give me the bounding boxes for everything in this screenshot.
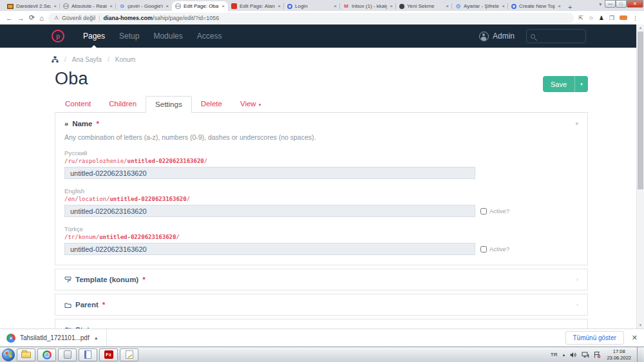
language-indicator[interactable]: TR: [551, 352, 558, 357]
minimize-button[interactable]: —: [605, 0, 616, 8]
page-scrollbar[interactable]: ▲ ▼: [636, 24, 644, 329]
tab-close-icon[interactable]: ×: [502, 3, 505, 9]
expand-chevron-icon[interactable]: ›: [576, 301, 578, 308]
nav-item-pages[interactable]: Pages: [76, 24, 112, 48]
reload-button[interactable]: ⟳: [29, 14, 35, 22]
tab-view[interactable]: View▾: [231, 96, 270, 112]
clock-time: 17:08: [607, 348, 631, 354]
browser-tab[interactable]: Login×: [284, 1, 340, 11]
tab-close-icon[interactable]: ×: [278, 3, 281, 9]
tab-close-icon[interactable]: ×: [334, 3, 337, 9]
share-icon[interactable]: ⇱: [578, 15, 583, 21]
google-icon: [119, 3, 125, 9]
close-window-button[interactable]: ✕: [627, 0, 643, 8]
tab-close-icon[interactable]: ×: [109, 3, 113, 9]
volume-icon[interactable]: [570, 352, 577, 358]
browser-tab-strip: Daredevil 2.Sezon 3× Absolute - Real Est…: [0, 0, 644, 11]
active-checkbox-english[interactable]: Active?: [480, 207, 509, 214]
bookmark-star-icon[interactable]: ☆: [589, 15, 594, 21]
tab-search-chevron-icon[interactable]: ▾: [599, 2, 601, 7]
browser-tab[interactable]: Create New Topic -×: [508, 1, 564, 11]
maximize-button[interactable]: □: [616, 0, 627, 8]
name-fieldset: » Name * ▾ Any combination of letters (a…: [55, 113, 588, 265]
name-section-header[interactable]: » Name * ▾: [64, 120, 578, 128]
nav-item-access[interactable]: Access: [190, 24, 229, 48]
browser-menu-icon[interactable]: ⋮: [632, 15, 638, 21]
tab-delete[interactable]: Delete: [192, 96, 231, 112]
name-input-russian[interactable]: [64, 167, 475, 179]
download-item[interactable]: Tahsilatld_1721101...pdf ▲: [6, 334, 106, 343]
browser-tab[interactable]: çeviri - Google'da A×: [116, 1, 172, 11]
processwire-logo[interactable]: p: [52, 30, 64, 43]
show-desktop-button[interactable]: [637, 347, 642, 362]
name-input-turkish[interactable]: [64, 243, 475, 255]
template-section-header[interactable]: Template (konum) * ›: [64, 276, 578, 283]
browser-tab[interactable]: Absolute - Real Esta×: [60, 1, 116, 11]
profile-avatar[interactable]: [620, 15, 627, 20]
forward-button[interactable]: →: [17, 14, 24, 22]
collapse-chevron-icon[interactable]: ▾: [575, 120, 578, 127]
not-secure-icon[interactable]: ⚠: [54, 15, 59, 21]
tab-close-icon[interactable]: ×: [222, 3, 225, 9]
processwire-icon: [511, 4, 516, 9]
tab-close-icon[interactable]: ×: [166, 3, 169, 9]
parent-section-header[interactable]: Parent * ›: [64, 301, 578, 309]
chrome-icon: [43, 350, 52, 359]
action-center-flag-icon[interactable]: [594, 352, 601, 358]
taskbar-calculator-button[interactable]: [58, 348, 77, 361]
admin-user-menu[interactable]: Admin: [479, 32, 515, 41]
scrollbar-thumb[interactable]: [638, 32, 643, 189]
tab-close-icon[interactable]: ×: [446, 3, 449, 9]
taskbar-clock[interactable]: 17:08 23.06.2022: [607, 348, 631, 361]
tab-content[interactable]: Content: [56, 96, 100, 112]
active-checkbox-input[interactable]: [480, 246, 487, 252]
save-dropdown-button[interactable]: ▾: [574, 76, 588, 92]
name-input-english[interactable]: [64, 205, 475, 217]
chevron-down-icon: ▾: [259, 102, 261, 107]
browser-tab[interactable]: Inbox (1) - kkalgidi×: [340, 1, 396, 11]
download-options-chevron-icon[interactable]: ▲: [94, 336, 99, 340]
nav-item-setup[interactable]: Setup: [112, 24, 146, 48]
url-field[interactable]: ⚠ Güvenli değil | diana-homes.com/sahip/…: [48, 13, 574, 23]
browser-tab[interactable]: Ayarlar - Şifreler×: [452, 1, 508, 11]
tab-children[interactable]: Children: [100, 96, 146, 112]
taskbar-filezilla-button[interactable]: Fz: [99, 348, 118, 361]
taskbar-explorer-button[interactable]: [17, 348, 35, 361]
browser-tab[interactable]: Daredevil 2.Sezon 3×: [4, 1, 60, 11]
extensions-icon[interactable]: ♟: [599, 15, 604, 21]
reading-list-icon[interactable]: ❐: [609, 15, 614, 21]
tab-close-icon[interactable]: ×: [53, 3, 57, 9]
save-button[interactable]: Save: [543, 76, 574, 92]
breadcrumb-item-ana-sayfa[interactable]: Ana Sayfa: [72, 56, 102, 63]
nav-item-modules[interactable]: Modules: [146, 24, 189, 48]
url-separator: |: [99, 15, 100, 21]
address-bar: ← → ⟳ ⌂ ⚠ Güvenli değil | diana-homes.co…: [0, 11, 644, 24]
breadcrumb: / Ana Sayfa / Konum: [52, 56, 588, 63]
browser-tab[interactable]: Edit Page: Alanya/K×: [228, 1, 284, 11]
scroll-up-icon[interactable]: ▲: [637, 26, 644, 30]
taskbar-chrome-button[interactable]: [37, 348, 56, 361]
tab-settings[interactable]: Settings: [146, 96, 192, 113]
admin-search-input[interactable]: [526, 29, 586, 43]
tab-close-icon[interactable]: ×: [390, 3, 393, 9]
active-checkbox-input[interactable]: [480, 208, 487, 214]
breadcrumb-item-konum[interactable]: Konum: [115, 56, 136, 63]
active-checkbox-turkish[interactable]: Active?: [480, 245, 509, 252]
taskbar-editor-button[interactable]: [120, 348, 138, 361]
browser-tab[interactable]: Yeni Sekme×: [396, 1, 452, 11]
tab-view-label: View: [240, 100, 256, 108]
back-button[interactable]: ←: [6, 14, 13, 22]
taskbar-notepad-button[interactable]: [79, 348, 97, 361]
tab-close-icon[interactable]: ×: [558, 3, 561, 9]
network-icon[interactable]: [582, 352, 589, 358]
start-button[interactable]: [2, 348, 15, 361]
expand-chevron-icon[interactable]: ›: [576, 276, 578, 283]
show-all-downloads-button[interactable]: Tümünü göster: [565, 331, 624, 345]
hidden-icons-chevron-icon[interactable]: ▲: [562, 353, 566, 357]
page-tree-icon[interactable]: [52, 56, 59, 63]
home-button[interactable]: ⌂: [39, 14, 44, 22]
close-download-bar-icon[interactable]: ✕: [632, 334, 638, 342]
new-tab-button[interactable]: +: [568, 3, 572, 11]
browser-tab-active[interactable]: Edit Page: Oba • di×: [172, 1, 228, 11]
scroll-down-icon[interactable]: ▼: [637, 323, 644, 327]
